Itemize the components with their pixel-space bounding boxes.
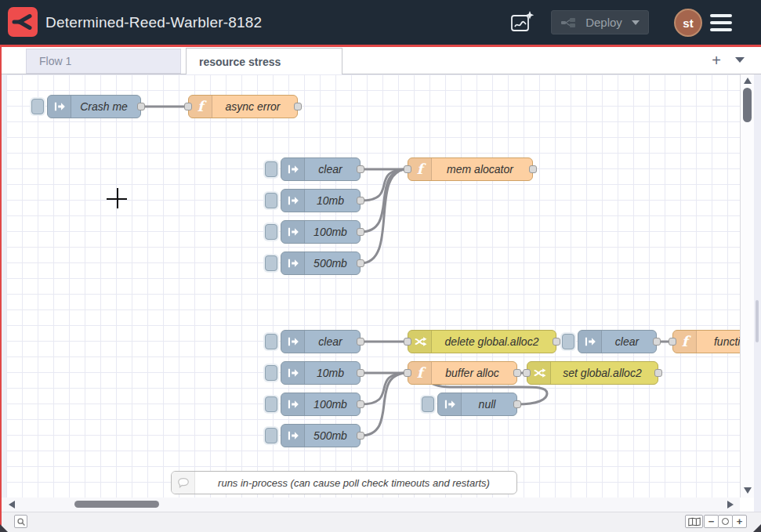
node-label: async error (213, 96, 292, 118)
magnifier-icon (16, 517, 26, 527)
sidebar-splitter-handle[interactable] (756, 300, 759, 342)
flowfuse-logo-glyph (11, 10, 34, 34)
navigator-button[interactable] (685, 515, 703, 528)
node-label: runs in-process (can cause poll check ti… (196, 472, 512, 494)
zoom-in-button[interactable]: + (732, 515, 747, 528)
resize-grip-bottom-left[interactable] (0, 524, 8, 532)
node-label: 10mb (306, 362, 355, 384)
node-inject-clear[interactable]: clear (281, 157, 361, 181)
inject-trigger-button[interactable] (422, 396, 434, 412)
node-label: delete global.alloc2 (433, 331, 551, 353)
inject-trigger-button[interactable] (265, 161, 277, 177)
node-port-input[interactable] (184, 103, 192, 110)
function-f-icon: f (408, 158, 432, 180)
node-port-output[interactable] (357, 228, 364, 236)
scroll-right-arrow[interactable] (727, 501, 734, 508)
inject-arrow-icon (281, 425, 305, 447)
node-inject-100mb[interactable]: 100mb (281, 393, 361, 416)
function-f-icon: f (189, 96, 212, 118)
node-port-output[interactable] (357, 369, 364, 377)
node-port-output[interactable] (294, 103, 302, 110)
node-port-input[interactable] (404, 369, 411, 377)
node-change-delete-global-alloc2[interactable]: delete global.alloc2 (408, 330, 556, 353)
flowfuse-logo[interactable] (8, 7, 38, 37)
circle-icon (722, 518, 729, 525)
footer-bar: − + (2, 512, 761, 532)
node-inject-clear[interactable]: clear (281, 330, 361, 353)
resize-grip-bottom-right[interactable] (753, 524, 761, 532)
scroll-down-arrow[interactable] (744, 487, 752, 494)
node-port-output[interactable] (529, 165, 537, 173)
node-port-output[interactable] (357, 165, 364, 173)
inject-trigger-button[interactable] (265, 396, 277, 412)
node-function-function[interactable]: ffunction (672, 330, 740, 353)
node-inject-null[interactable]: null (437, 393, 517, 416)
node-port-output[interactable] (654, 369, 662, 377)
deploy-options-caret[interactable] (632, 20, 640, 25)
zoom-reset-button[interactable] (718, 515, 733, 528)
node-port-output[interactable] (653, 338, 661, 346)
inject-arrow-icon (281, 362, 305, 384)
tab-flow-1[interactable]: Flow 1 (26, 49, 181, 74)
function-f-icon: f (408, 362, 432, 384)
node-label: 100mb (306, 393, 355, 415)
node-function-buffer-alloc[interactable]: fbuffer alloc (408, 361, 517, 385)
inject-trigger-button[interactable] (265, 334, 277, 349)
inject-trigger-button[interactable] (265, 255, 277, 271)
inject-trigger-button[interactable] (265, 428, 277, 443)
node-port-output[interactable] (357, 338, 364, 346)
function-f-icon: f (673, 331, 697, 353)
tab-resource-stress[interactable]: resource stress (186, 48, 342, 74)
search-button[interactable] (14, 515, 27, 528)
deploy-button[interactable]: Deploy (551, 10, 649, 34)
node-port-input[interactable] (404, 338, 411, 346)
node-port-output[interactable] (357, 432, 364, 440)
image-sparkle-icon[interactable] (508, 9, 536, 37)
node-port-input[interactable] (404, 165, 411, 173)
node-function-async-error[interactable]: fasync error (188, 95, 298, 118)
flow-list-caret[interactable] (735, 57, 745, 63)
node-inject-100mb[interactable]: 100mb (281, 220, 361, 244)
speech-bubble-icon (172, 472, 195, 494)
node-port-input[interactable] (523, 369, 531, 377)
node-inject-10mb[interactable]: 10mb (281, 361, 361, 385)
scroll-up-arrow[interactable] (744, 78, 752, 84)
node-port-output[interactable] (137, 103, 145, 110)
node-inject-10mb[interactable]: 10mb (281, 189, 361, 212)
node-port-output[interactable] (513, 400, 521, 408)
inject-trigger-button[interactable] (265, 365, 277, 381)
vertical-scroll-thumb[interactable] (743, 88, 752, 122)
node-label: clear (603, 331, 651, 353)
user-avatar[interactable]: st (674, 9, 702, 37)
node-inject-500mb[interactable]: 500mb (281, 424, 361, 447)
node-function-mem-alocator[interactable]: fmem alocator (408, 157, 533, 181)
node-comment-runs-in-process-can-cause-poll-check-timeouts-and-restarts[interactable]: runs in-process (can cause poll check ti… (171, 471, 517, 494)
node-inject-crash-me[interactable]: Crash me (47, 95, 141, 118)
add-flow-button[interactable]: + (706, 49, 727, 71)
inject-trigger-button[interactable] (265, 224, 277, 240)
shuffle-arrows-icon (527, 362, 551, 384)
inject-arrow-icon (281, 393, 305, 415)
node-inject-500mb[interactable]: 500mb (281, 252, 361, 275)
inject-arrow-icon (281, 190, 305, 212)
flow-canvas[interactable]: Crash mefasync errorclear10mb100mb500mbf… (6, 74, 740, 498)
node-port-output[interactable] (357, 197, 364, 204)
horizontal-scrollbar (2, 498, 740, 512)
node-change-set-global-alloc2[interactable]: set global.alloc2 (527, 361, 658, 385)
zoom-out-button[interactable]: − (704, 515, 719, 528)
node-inject-clear[interactable]: clear (578, 330, 657, 353)
scroll-left-arrow[interactable] (9, 501, 15, 508)
deploy-button-label: Deploy (576, 16, 632, 29)
inject-trigger-button[interactable] (31, 99, 44, 114)
node-port-output[interactable] (357, 259, 364, 267)
inject-trigger-button[interactable] (562, 334, 574, 349)
node-label: clear (306, 158, 355, 180)
inject-arrow-icon (578, 331, 602, 353)
node-port-output[interactable] (553, 338, 560, 346)
inject-trigger-button[interactable] (265, 193, 277, 208)
node-port-input[interactable] (669, 338, 676, 346)
hamburger-menu-icon[interactable] (710, 14, 732, 31)
node-port-output[interactable] (357, 400, 364, 408)
horizontal-scroll-thumb[interactable] (74, 501, 159, 508)
node-port-output[interactable] (513, 369, 521, 377)
